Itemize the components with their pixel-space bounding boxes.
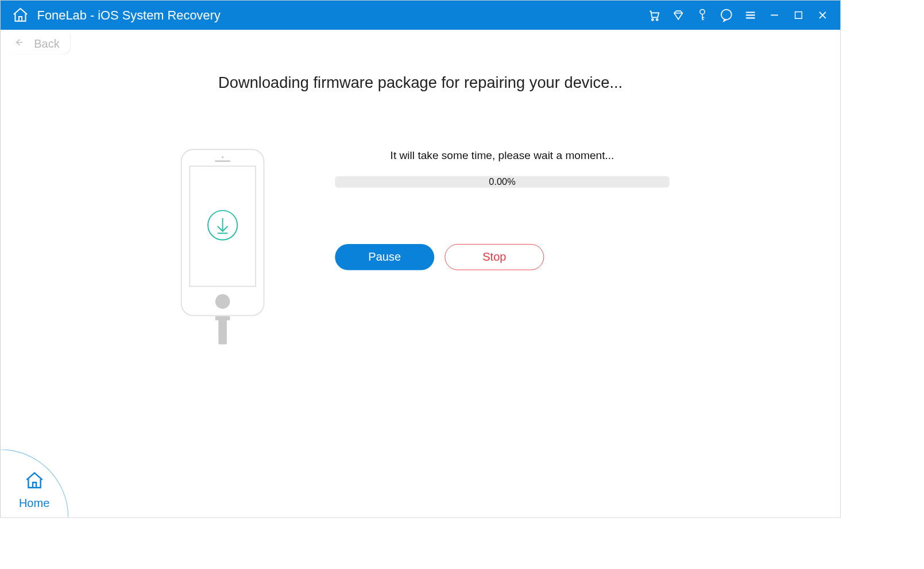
app-title: FoneLab - iOS System Recovery <box>37 8 647 22</box>
diamond-icon[interactable] <box>671 8 685 22</box>
svg-point-1 <box>656 19 658 21</box>
titlebar: FoneLab - iOS System Recovery <box>1 1 840 30</box>
download-icon <box>206 209 238 243</box>
phone-earpiece <box>215 156 230 162</box>
back-arrow-icon <box>13 36 25 51</box>
progress-section: It will take some time, please wait a mo… <box>335 149 669 270</box>
app-window: FoneLab - iOS System Recovery <box>0 0 841 518</box>
phone-home-button <box>215 294 230 308</box>
menu-icon[interactable] <box>743 8 757 22</box>
home-label: Home <box>19 497 49 510</box>
back-row: Back <box>1 30 840 58</box>
minimize-button[interactable] <box>767 8 782 22</box>
svg-point-0 <box>652 19 654 21</box>
key-icon[interactable] <box>695 8 709 22</box>
svg-rect-4 <box>795 12 802 19</box>
maximize-button[interactable] <box>791 8 806 22</box>
content-area: Downloading firmware package for repairi… <box>1 58 840 345</box>
phone-body <box>181 149 265 316</box>
progress-bar: 0.00% <box>335 176 669 188</box>
back-button[interactable]: Back <box>10 33 70 55</box>
window-controls <box>647 8 830 22</box>
main-row: It will take some time, please wait a mo… <box>1 149 840 344</box>
home-button[interactable]: Home <box>1 450 68 517</box>
svg-point-2 <box>700 9 705 14</box>
feedback-icon[interactable] <box>719 8 733 22</box>
close-button[interactable] <box>815 8 830 22</box>
stop-button[interactable]: Stop <box>444 244 544 270</box>
phone-screen <box>189 165 256 287</box>
home-icon[interactable] <box>11 6 30 25</box>
cart-icon[interactable] <box>647 8 662 22</box>
cable <box>218 319 227 345</box>
pause-button[interactable]: Pause <box>335 244 434 270</box>
back-label: Back <box>34 37 60 51</box>
wait-text: It will take some time, please wait a mo… <box>335 149 669 161</box>
page-heading: Downloading firmware package for repairi… <box>1 73 840 91</box>
home-corner-icon <box>24 470 44 493</box>
progress-percent: 0.00% <box>489 176 515 187</box>
device-illustration <box>173 149 272 344</box>
button-row: Pause Stop <box>335 244 669 270</box>
